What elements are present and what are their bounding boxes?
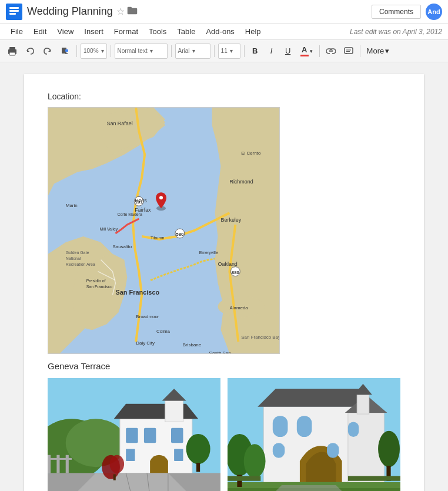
- svg-rect-66: [171, 428, 183, 443]
- toolbar: 100% ▾ Normal text ▾ Arial ▾ 11 ▾ B I U …: [0, 40, 448, 62]
- separator-7: [360, 45, 360, 57]
- title-bar: Wedding Planning ☆ Comments And: [0, 0, 448, 24]
- svg-rect-90: [273, 416, 288, 437]
- top-right-actions: Comments And: [372, 4, 442, 20]
- svg-text:San Francisco: San Francisco: [86, 285, 113, 289]
- folder-icon[interactable]: [127, 6, 138, 16]
- comment-button[interactable]: [341, 44, 356, 59]
- menu-insert[interactable]: Insert: [79, 26, 108, 37]
- paint-format-button[interactable]: [58, 44, 73, 59]
- svg-text:South San: South San: [209, 350, 231, 353]
- fontsize-select[interactable]: 11 ▾: [218, 44, 240, 59]
- svg-text:Oakland: Oakland: [218, 261, 238, 267]
- print-button[interactable]: [5, 44, 20, 59]
- svg-text:Brisbane: Brisbane: [183, 342, 202, 348]
- svg-text:San Rafael: San Rafael: [106, 121, 132, 126]
- svg-text:San Francisco Bay: San Francisco Bay: [241, 335, 279, 340]
- document-page: Location:: [24, 74, 424, 491]
- svg-text:580: 580: [176, 232, 184, 237]
- svg-text:880: 880: [232, 270, 240, 275]
- style-value: Normal text: [118, 48, 148, 54]
- svg-rect-93: [273, 443, 285, 458]
- svg-text:National: National: [66, 256, 81, 260]
- svg-rect-6: [9, 52, 15, 55]
- svg-text:Broadmoor: Broadmoor: [136, 314, 159, 319]
- svg-rect-103: [228, 476, 260, 481]
- zoom-select[interactable]: 100% ▾: [81, 44, 107, 59]
- svg-rect-12: [345, 48, 353, 54]
- svg-rect-7: [8, 49, 16, 52]
- svg-rect-104: [348, 476, 400, 481]
- document-area: Location:: [0, 62, 448, 491]
- svg-text:Corte Madera: Corte Madera: [117, 212, 142, 216]
- svg-rect-71: [48, 455, 51, 473]
- svg-text:Ross: Ross: [135, 198, 147, 203]
- svg-rect-74: [48, 458, 72, 460]
- svg-text:Sausalito: Sausalito: [112, 244, 132, 249]
- redo-button[interactable]: [40, 44, 55, 59]
- star-icon[interactable]: ☆: [116, 6, 125, 17]
- italic-button[interactable]: I: [265, 44, 279, 59]
- undo-button[interactable]: [22, 44, 38, 59]
- style-select[interactable]: Normal text ▾: [115, 44, 168, 59]
- location-label: Location:: [48, 92, 400, 101]
- svg-point-100: [378, 431, 400, 467]
- link-button[interactable]: [323, 44, 339, 59]
- last-edit-status: Last edit was on April 3, 2012: [350, 28, 442, 36]
- menu-edit[interactable]: Edit: [29, 26, 51, 37]
- svg-text:Berkeley: Berkeley: [221, 217, 242, 223]
- svg-text:San Francisco: San Francisco: [115, 289, 159, 296]
- svg-rect-9: [65, 49, 68, 52]
- svg-rect-77: [113, 475, 116, 480]
- separator-3: [171, 45, 172, 57]
- zoom-value: 100%: [83, 48, 99, 54]
- menu-addons[interactable]: Add-ons: [201, 26, 239, 37]
- svg-point-44: [159, 196, 163, 199]
- svg-text:Colma: Colma: [156, 329, 170, 334]
- svg-text:El Cerrito: El Cerrito: [241, 151, 261, 156]
- menu-table[interactable]: Table: [172, 26, 200, 37]
- svg-rect-72: [56, 455, 59, 473]
- svg-rect-92: [348, 422, 359, 437]
- menu-help[interactable]: Help: [240, 26, 266, 37]
- underline-button[interactable]: U: [281, 44, 295, 59]
- svg-rect-65: [144, 428, 156, 443]
- font-value: Arial: [178, 48, 190, 54]
- venue-photo-2: [228, 378, 400, 491]
- svg-rect-2: [9, 10, 19, 12]
- svg-rect-68: [174, 449, 183, 460]
- menu-view[interactable]: View: [52, 26, 78, 37]
- text-color-button[interactable]: A ▾: [297, 44, 316, 59]
- menu-bar: File Edit View Insert Format Tools Table…: [0, 24, 448, 40]
- venue-photo-1: [48, 378, 220, 491]
- svg-text:Daly City: Daly City: [136, 340, 155, 346]
- svg-rect-64: [126, 428, 138, 443]
- doc-title[interactable]: Wedding Planning: [27, 5, 113, 18]
- more-label: More: [367, 46, 385, 55]
- svg-text:Emeryville: Emeryville: [199, 250, 218, 255]
- svg-text:Presidio of: Presidio of: [86, 279, 106, 283]
- svg-marker-102: [270, 485, 348, 491]
- svg-rect-67: [126, 449, 135, 460]
- size-value: 11: [221, 48, 228, 54]
- more-arrow: ▾: [385, 46, 389, 55]
- svg-rect-91: [297, 416, 312, 437]
- svg-text:Tiburon: Tiburon: [151, 236, 164, 240]
- zoom-arrow: ▾: [101, 48, 104, 54]
- map-svg: 101 580 880 San Rafael Richmond Berkeley…: [48, 108, 279, 353]
- size-arrow: ▾: [230, 48, 233, 54]
- font-select[interactable]: Arial ▾: [175, 44, 210, 59]
- user-avatar: And: [426, 4, 442, 20]
- menu-file[interactable]: File: [6, 26, 28, 37]
- svg-marker-61: [114, 404, 198, 419]
- menu-format[interactable]: Format: [109, 26, 143, 37]
- separator-2: [111, 45, 111, 57]
- comments-button[interactable]: Comments: [372, 5, 421, 19]
- svg-point-76: [110, 455, 125, 473]
- separator-1: [76, 45, 77, 57]
- bold-button[interactable]: B: [248, 44, 262, 59]
- svg-rect-1: [9, 7, 19, 9]
- more-button[interactable]: More ▾: [364, 44, 393, 59]
- svg-rect-62: [165, 401, 183, 422]
- menu-tools[interactable]: Tools: [144, 26, 171, 37]
